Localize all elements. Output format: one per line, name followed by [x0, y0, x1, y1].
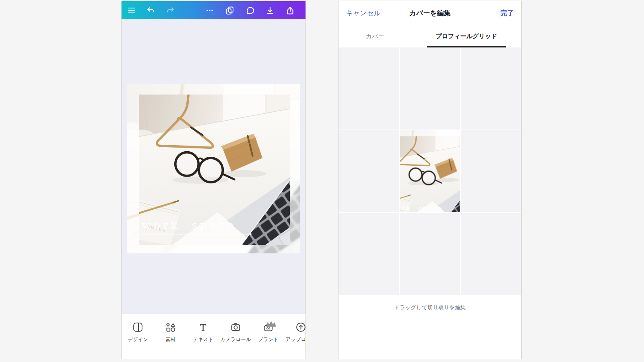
text-icon-glyph: T [200, 322, 206, 333]
cancel-button[interactable]: キャンセル [346, 8, 381, 18]
design-template-icon [132, 322, 143, 333]
pages-icon[interactable] [225, 6, 235, 15]
pro-crown-icon [266, 319, 277, 329]
text-icon: T [198, 322, 208, 333]
design-page[interactable]: work space [127, 84, 300, 253]
grid-cell [400, 47, 460, 130]
tab-profile-grid[interactable]: プロフィールグリッド [412, 25, 521, 47]
cover-image-crop: work space [400, 130, 460, 212]
nav-item-text[interactable]: T テキスト [187, 322, 219, 359]
cover-edit-screen: キャンセル カバーを編集 完了 カバー プロフィールグリッド [338, 1, 522, 359]
download-icon[interactable] [265, 6, 275, 15]
grid-cell [339, 213, 399, 295]
camera-roll-icon [230, 322, 241, 333]
nav-item-elements[interactable]: 素材 [154, 322, 187, 359]
nav-label: ブランド [258, 336, 279, 343]
profile-grid: work space [339, 47, 521, 295]
nav-item-design[interactable]: デザイン [122, 322, 154, 359]
grid-cell [339, 130, 399, 212]
grid-cell [461, 213, 521, 295]
comment-icon[interactable] [245, 6, 255, 15]
undo-icon[interactable] [146, 6, 156, 15]
editor-toolbar [122, 1, 305, 19]
grid-cell [461, 47, 521, 130]
grid-cell-image[interactable]: work space [400, 130, 460, 212]
grid-cell [461, 130, 521, 212]
cover-header: キャンセル カバーを編集 完了 [339, 1, 521, 25]
grid-cell [400, 213, 460, 295]
brand-kit-icon: co [263, 322, 274, 333]
done-button[interactable]: 完了 [500, 8, 514, 18]
design-caption: work space [400, 205, 444, 212]
canva-editor-screen: work space デザイン [121, 1, 306, 359]
nav-item-brand[interactable]: co ブランド [252, 322, 285, 359]
more-options-icon[interactable] [205, 6, 215, 15]
tab-cover[interactable]: カバー [339, 25, 412, 47]
editor-canvas[interactable]: work space [122, 19, 305, 313]
nav-item-camera-roll[interactable]: カメラロール [219, 322, 252, 359]
nav-item-upload[interactable]: アップロード [285, 322, 306, 359]
share-icon[interactable] [285, 6, 295, 15]
cover-tabs: カバー プロフィールグリッド [339, 25, 521, 47]
drag-hint-text: ドラッグして切り取りを編集 [339, 295, 521, 311]
editor-bottom-nav: デザイン 素材 T テキ [122, 313, 305, 359]
nav-label: アップロード [285, 336, 306, 343]
nav-label: デザイン [128, 336, 148, 343]
caption-underline [128, 234, 249, 234]
upload-icon [295, 322, 306, 333]
grid-cell [339, 47, 399, 130]
screenshot: work space デザイン [0, 0, 644, 362]
nav-label: カメラロール [220, 336, 251, 343]
redo-icon[interactable] [165, 6, 175, 15]
elements-shapes-icon [165, 322, 176, 333]
menu-icon[interactable] [127, 6, 136, 15]
caption-underline-dot [250, 233, 252, 235]
nav-label: テキスト [193, 336, 213, 343]
design-caption: work space [139, 219, 239, 231]
nav-label: 素材 [165, 336, 175, 343]
workspace-photo [400, 136, 460, 212]
design-page-thumbnail: work space [400, 130, 460, 212]
